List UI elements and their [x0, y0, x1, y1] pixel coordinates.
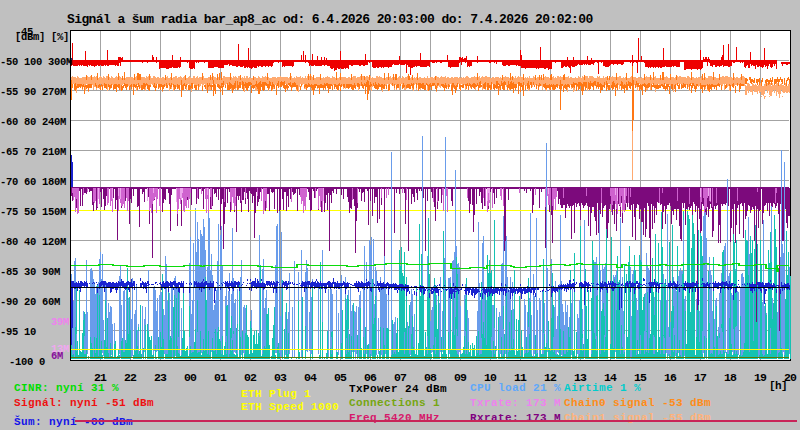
svg-text:-95 10: -95 10: [0, 326, 36, 338]
svg-text:05: 05: [334, 371, 347, 384]
svg-text:-65 70 210M: -65 70 210M: [0, 146, 66, 158]
svg-text:23: 23: [154, 371, 167, 384]
svg-text:17: 17: [694, 371, 707, 384]
svg-text:CPU load 21 %: CPU load 21 %: [470, 382, 561, 394]
svg-text:-80 40 120M: -80 40 120M: [0, 236, 66, 248]
svg-text:-75 50 150M: -75 50 150M: [0, 206, 66, 218]
svg-text:Freq 5420 MHz: Freq 5420 MHz: [349, 412, 440, 424]
svg-text:04: 04: [304, 371, 317, 384]
svg-text:39M: 39M: [51, 316, 69, 328]
svg-text:22: 22: [124, 371, 137, 384]
svg-text:[h]: [h]: [769, 380, 787, 392]
svg-text:Chain0 signal -53 dBm: Chain0 signal -53 dBm: [564, 397, 711, 409]
svg-text:-55 90 270M: -55 90 270M: [0, 86, 66, 98]
svg-text:-90 20 60M: -90 20 60M: [0, 296, 60, 308]
svg-text:16: 16: [664, 371, 677, 384]
svg-text:00: 00: [184, 371, 197, 384]
svg-text:18: 18: [724, 371, 737, 384]
svg-text:Chain1 signal -55 dBm: Chain1 signal -55 dBm: [564, 412, 711, 424]
svg-text:-50 100 300M: -50 100 300M: [0, 56, 72, 68]
svg-text:[dBm] [%]: [dBm] [%]: [15, 31, 69, 43]
svg-text:Signál: nyní -51 dBm: Signál: nyní -51 dBm: [14, 397, 154, 409]
svg-text:ETH Speed 1000: ETH Speed 1000: [241, 401, 339, 413]
svg-text:6M: 6M: [51, 350, 63, 362]
svg-text:02: 02: [244, 371, 257, 384]
svg-text:-60 80 240M: -60 80 240M: [0, 116, 66, 128]
svg-text:ETH Plug 1: ETH Plug 1: [241, 388, 311, 400]
svg-text:Rxrate: 173 M: Rxrate: 173 M: [470, 412, 561, 424]
svg-text:Signál a šum radia bar_ap8_ac: Signál a šum radia bar_ap8_ac od: 6.4.20…: [67, 12, 593, 27]
svg-text:TxPower 24 dBm: TxPower 24 dBm: [349, 383, 447, 395]
svg-text:-85 30 90M: -85 30 90M: [0, 266, 60, 278]
svg-text:19: 19: [754, 371, 767, 384]
svg-text:-100 0: -100 0: [9, 356, 45, 368]
svg-text:-70 60 180M: -70 60 180M: [0, 176, 66, 188]
svg-text:Airtime 1 %: Airtime 1 %: [564, 382, 641, 394]
svg-text:09: 09: [454, 371, 467, 384]
svg-text:Connections 1: Connections 1: [349, 397, 440, 409]
svg-text:Txrate: 173 M: Txrate: 173 M: [470, 397, 561, 409]
svg-text:CINR: nyní 31 %: CINR: nyní 31 %: [14, 382, 119, 394]
svg-text:03: 03: [274, 371, 287, 384]
svg-text:01: 01: [214, 371, 227, 384]
